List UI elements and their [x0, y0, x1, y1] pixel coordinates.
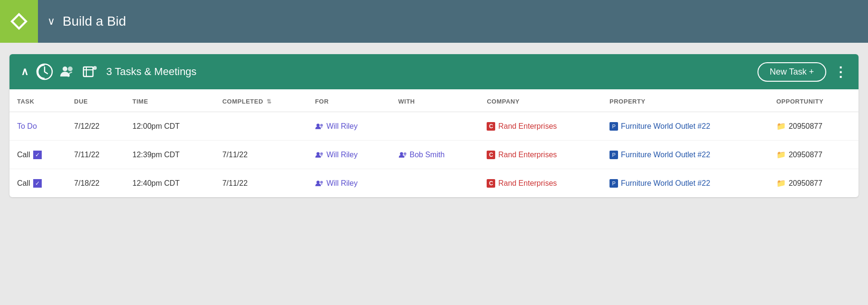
property-link[interactable]: PFurniture World Outlet #22 [609, 179, 761, 188]
folder-icon: 📁 [776, 122, 786, 131]
property-cell: PFurniture World Outlet #22 [602, 112, 769, 141]
table-row: To Do7/12/2212:00pm CDTWill RileyCRand E… [9, 112, 859, 141]
col-due: DUE [66, 89, 125, 112]
collapse-icon[interactable]: ∧ [21, 66, 28, 78]
property-icon: P [609, 151, 618, 159]
property-cell: PFurniture World Outlet #22 [602, 169, 769, 198]
property-link[interactable]: PFurniture World Outlet #22 [609, 151, 761, 159]
task-call-label: Call✓ [17, 151, 59, 159]
svg-point-15 [316, 181, 320, 184]
person-icon [315, 151, 323, 159]
task-cell: To Do [9, 112, 66, 141]
time-cell: 12:39pm CDT [125, 141, 214, 169]
folder-icon: 📁 [776, 150, 786, 159]
property-icon: P [609, 179, 618, 188]
svg-point-3 [63, 67, 67, 71]
col-task: TASK [9, 89, 66, 112]
for-person[interactable]: Will Riley [315, 151, 383, 159]
logo-area [0, 0, 38, 43]
for-cell: Will Riley [307, 112, 390, 141]
col-property: PROPERTY [602, 89, 769, 112]
company-icon: C [487, 122, 495, 131]
svg-point-14 [404, 152, 406, 155]
table-row: Call✓7/11/2212:39pm CDT7/11/22Will Riley… [9, 141, 859, 169]
for-person[interactable]: Will Riley [315, 179, 383, 188]
due-cell: 7/11/22 [66, 141, 125, 169]
tasks-table: TASK DUE TIME COMPLETED ⇅ FOR WITH COMPA… [9, 89, 859, 197]
task-cell: Call✓ [9, 169, 66, 198]
opportunity-cell: 📁20950877 [769, 112, 859, 141]
tasks-header: ∧ [9, 54, 859, 89]
svg-point-12 [320, 152, 323, 155]
person-icon [315, 123, 323, 130]
tasks-count-label: 3 Tasks & Meetings [106, 66, 757, 78]
svg-point-16 [320, 181, 323, 183]
opportunity-link[interactable]: 📁20950877 [776, 179, 851, 188]
col-opportunity: OPPORTUNITY [769, 89, 859, 112]
completed-cell: 7/11/22 [215, 141, 307, 169]
svg-point-10 [320, 124, 323, 126]
svg-point-4 [68, 67, 73, 71]
logo-icon [9, 11, 29, 32]
more-options-icon[interactable]: ⋮ [834, 64, 847, 80]
header-chevron-icon[interactable]: ∨ [47, 15, 55, 28]
page-title: Build a Bid [63, 14, 126, 29]
col-for: FOR [307, 89, 390, 112]
svg-point-9 [316, 124, 320, 127]
opportunity-link[interactable]: 📁20950877 [776, 122, 851, 131]
task-link[interactable]: To Do [17, 122, 37, 130]
completed-cell [215, 112, 307, 141]
company-link[interactable]: CRand Enterprises [487, 122, 594, 131]
clock-icon[interactable] [36, 63, 53, 80]
due-cell: 7/18/22 [66, 169, 125, 198]
col-completed[interactable]: COMPLETED ⇅ [215, 89, 307, 112]
person-icon [398, 151, 407, 159]
table-row: Call✓7/18/2212:40pm CDT7/11/22Will Riley… [9, 169, 859, 198]
svg-point-8 [93, 66, 97, 70]
new-task-button[interactable]: New Task + [757, 62, 826, 82]
company-icon: C [487, 179, 495, 188]
table-header-row: TASK DUE TIME COMPLETED ⇅ FOR WITH COMPA… [9, 89, 859, 112]
sort-icon: ⇅ [267, 98, 272, 105]
task-checkbox[interactable]: ✓ [33, 151, 42, 159]
task-cell: Call✓ [9, 141, 66, 169]
tag-icon[interactable] [82, 63, 99, 80]
company-cell: CRand Enterprises [479, 141, 602, 169]
opportunity-cell: 📁20950877 [769, 141, 859, 169]
company-cell: CRand Enterprises [479, 169, 602, 198]
svg-point-13 [400, 152, 403, 155]
time-cell: 12:00pm CDT [125, 112, 214, 141]
opportunity-link[interactable]: 📁20950877 [776, 150, 851, 159]
col-with: WITH [391, 89, 480, 112]
people-icon[interactable] [59, 63, 76, 80]
company-link[interactable]: CRand Enterprises [487, 151, 594, 159]
col-time: TIME [125, 89, 214, 112]
due-cell: 7/12/22 [66, 112, 125, 141]
property-cell: PFurniture World Outlet #22 [602, 141, 769, 169]
with-cell [391, 169, 480, 198]
company-cell: CRand Enterprises [479, 112, 602, 141]
with-person[interactable]: Bob Smith [398, 151, 472, 159]
for-cell: Will Riley [307, 169, 390, 198]
property-link[interactable]: PFurniture World Outlet #22 [609, 122, 761, 131]
svg-rect-5 [83, 67, 93, 76]
time-cell: 12:40pm CDT [125, 169, 214, 198]
completed-cell: 7/11/22 [215, 169, 307, 198]
svg-point-11 [316, 152, 320, 155]
tasks-card: ∧ [9, 54, 859, 197]
company-icon: C [487, 151, 495, 159]
folder-icon: 📁 [776, 179, 786, 188]
col-company: COMPANY [479, 89, 602, 112]
for-person[interactable]: Will Riley [315, 122, 383, 131]
main-content: ∧ [0, 43, 868, 209]
for-cell: Will Riley [307, 141, 390, 169]
with-cell [391, 112, 480, 141]
opportunity-cell: 📁20950877 [769, 169, 859, 198]
task-checkbox[interactable]: ✓ [33, 179, 42, 188]
with-cell: Bob Smith [391, 141, 480, 169]
person-icon [315, 180, 323, 187]
company-link[interactable]: CRand Enterprises [487, 179, 594, 188]
property-icon: P [609, 122, 618, 131]
tasks-header-icons: ∧ [21, 63, 99, 80]
top-header: ∨ Build a Bid [0, 0, 868, 43]
